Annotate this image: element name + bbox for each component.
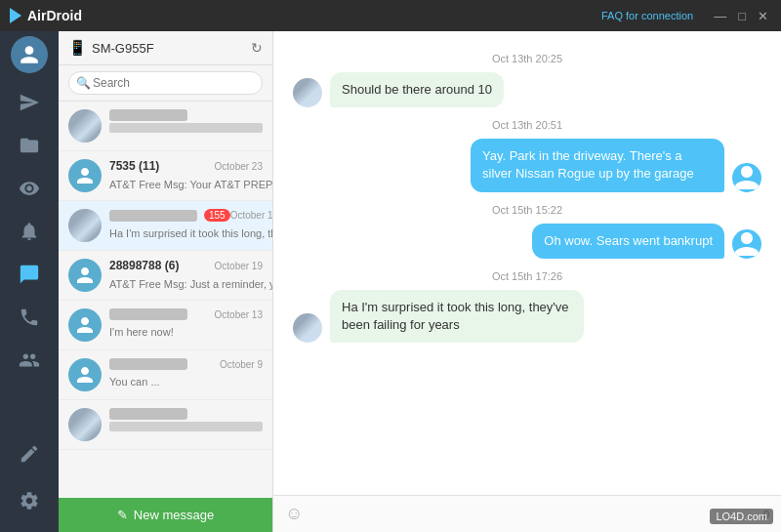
avatar (68, 259, 102, 292)
contact-date: October 23 (215, 161, 263, 172)
date-divider: Oct 15th 17:26 (293, 270, 761, 282)
refresh-button[interactable]: ↻ (251, 40, 263, 56)
search-input[interactable] (68, 71, 263, 95)
contact-panel-header: 📱 SM-G955F ↻ (59, 31, 272, 65)
message-row-incoming: Ha I'm surprised it took this long, they… (293, 290, 761, 343)
app-name: AirDroid (27, 8, 82, 23)
sidebar-item-files[interactable] (0, 124, 59, 167)
faq-link[interactable]: FAQ for connection (601, 10, 693, 21)
avatar (68, 109, 102, 143)
message-bubble: Ha I'm surprised it took this long, they… (330, 290, 584, 343)
message-bubble: Oh wow. Sears went bankrupt (532, 224, 724, 259)
device-name: SM-G955F (92, 41, 154, 56)
minimize-button[interactable]: — (711, 9, 729, 23)
title-bar: AirDroid FAQ for connection — □ ✕ (0, 0, 781, 31)
contact-date: October 13 (215, 309, 263, 320)
my-avatar (732, 229, 761, 259)
sidebar-item-calls[interactable] (0, 296, 59, 339)
contact-preview (109, 123, 263, 133)
sender-avatar (293, 78, 322, 107)
sender-avatar (293, 313, 322, 343)
contact-info: October 13 I'm here now! (109, 308, 263, 340)
emoji-button[interactable]: ☺ (285, 504, 303, 524)
chat-messages: Oct 13th 20:25 Should be there around 10… (273, 31, 781, 495)
search-icon: 🔍 (76, 76, 91, 90)
contact-name: 28898788 (6) (109, 259, 179, 272)
contact-name (109, 358, 187, 370)
contact-preview: AT&T Free Msg: Your AT&T PREPA... (109, 179, 272, 190)
contact-item[interactable] (59, 102, 272, 151)
my-avatar (732, 163, 761, 192)
close-button[interactable]: ✕ (755, 9, 771, 23)
sidebar-item-notifications[interactable] (0, 210, 59, 253)
sidebar-item-find[interactable] (0, 167, 59, 210)
message-row-outgoing: Yay. Park in the driveway. There's a sil… (293, 139, 761, 191)
sidebar-item-edit[interactable] (19, 432, 40, 475)
sidebar-item-contacts[interactable] (0, 339, 59, 382)
contact-name: 7535 (11) (109, 159, 159, 173)
contact-name (109, 408, 187, 420)
new-message-label: New message (134, 508, 214, 522)
chat-input-area: ☺ 0 (273, 495, 781, 532)
message-bubble: Should be there around 10 (330, 72, 504, 107)
sidebar-nav (0, 31, 59, 532)
contact-list: 7535 (11) October 23 AT&T Free Msg: Your… (59, 102, 272, 498)
contact-date: October 9 (220, 359, 263, 370)
message-row-outgoing: Oh wow. Sears went bankrupt (293, 224, 761, 259)
contact-date: October 19 (230, 210, 272, 221)
char-count: 0 (763, 509, 769, 520)
sidebar-item-settings[interactable] (19, 479, 40, 522)
search-box: 🔍 (59, 65, 272, 102)
contact-item[interactable] (59, 400, 272, 450)
contact-preview: You can ... (109, 376, 160, 388)
sidebar-item-send[interactable] (0, 81, 59, 124)
avatar (68, 308, 102, 342)
contact-item[interactable]: 155 October 19 Ha I'm surprised it took … (59, 201, 272, 251)
avatar (68, 209, 102, 242)
device-icon: 📱 (68, 39, 87, 57)
compose-icon: ✎ (117, 508, 128, 522)
avatar (68, 408, 102, 441)
chat-area: Oct 13th 20:25 Should be there around 10… (273, 31, 781, 532)
contact-name (109, 210, 197, 222)
contact-name (109, 109, 187, 121)
contact-item[interactable]: October 13 I'm here now! (59, 301, 272, 350)
logo-arrow-icon (10, 8, 21, 23)
date-divider: Oct 13th 20:25 (293, 53, 761, 64)
new-message-button[interactable]: ✎ New message (59, 498, 272, 532)
contact-info: 7535 (11) October 23 AT&T Free Msg: Your… (109, 159, 263, 192)
contact-preview: AT&T Free Msg: Just a reminder, y... (109, 278, 272, 290)
contact-preview: Ha I'm surprised it took this long, th..… (109, 227, 272, 239)
contact-info (109, 109, 263, 133)
contact-info: 28898788 (6) October 19 AT&T Free Msg: J… (109, 259, 263, 292)
search-wrapper: 🔍 (68, 71, 263, 95)
contact-preview (109, 422, 263, 431)
contact-info (109, 408, 263, 431)
window-controls: — □ ✕ (711, 9, 771, 23)
user-avatar[interactable] (11, 36, 48, 73)
contact-date: October 19 (215, 261, 263, 271)
message-row-incoming: Should be there around 10 (293, 72, 761, 107)
contact-item[interactable]: 28898788 (6) October 19 AT&T Free Msg: J… (59, 251, 272, 301)
avatar (68, 159, 102, 192)
chat-input[interactable] (310, 507, 755, 521)
sidebar-item-messages[interactable] (0, 253, 59, 296)
message-bubble: Yay. Park in the driveway. There's a sil… (471, 139, 724, 191)
unread-badge: 155 (204, 209, 230, 222)
main-layout: 📱 SM-G955F ↻ 🔍 (0, 31, 781, 532)
title-bar-right: FAQ for connection — □ ✕ (601, 9, 771, 23)
app-logo: AirDroid (10, 8, 82, 23)
contact-name (109, 308, 187, 320)
restore-button[interactable]: □ (735, 9, 749, 23)
contact-info: October 9 You can ... (109, 358, 263, 389)
avatar (68, 358, 102, 391)
app-container: AirDroid FAQ for connection — □ ✕ (0, 0, 781, 532)
date-divider: Oct 15th 15:22 (293, 204, 761, 216)
device-label: 📱 SM-G955F (68, 39, 154, 57)
contact-item[interactable]: October 9 You can ... (59, 350, 272, 400)
contact-preview: I'm here now! (109, 326, 174, 338)
contact-item[interactable]: 7535 (11) October 23 AT&T Free Msg: Your… (59, 151, 272, 201)
contact-panel: 📱 SM-G955F ↻ 🔍 (59, 31, 273, 532)
contact-info: 155 October 19 Ha I'm surprised it took … (109, 209, 263, 241)
date-divider: Oct 13th 20:51 (293, 119, 761, 131)
